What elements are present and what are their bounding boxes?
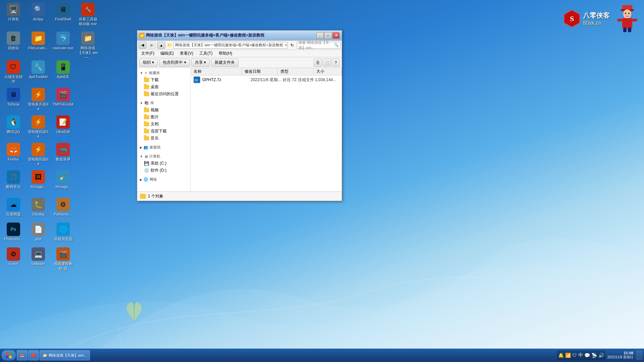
address-input[interactable]: 网络游戏【天诛】win一键陪玩服务端+客户端+修改教程+架设教程 ▼	[173, 42, 287, 49]
col-header-name[interactable]: 名称	[191, 68, 242, 75]
taskbar-item-firefox[interactable]: 🦊	[17, 350, 28, 360]
desktop-icon-kugou[interactable]: 🎵 酷狗音乐	[1, 169, 25, 190]
start-button[interactable]	[1, 350, 16, 361]
col-header-type[interactable]: 类型	[278, 68, 314, 75]
desktop-icon-qq[interactable]: 🐧 腾讯QQ	[1, 114, 25, 135]
homegroup-section[interactable]: ▶ 👥 家庭组	[137, 144, 191, 151]
desktop-icon-dual-browser[interactable]: 🌐 双核浏览器	[51, 221, 75, 243]
desktop-icon-filelocato[interactable]: 📁 FileLocato...	[26, 30, 50, 52]
desktop-icon-leidian-multi[interactable]: ⚡ 雷电多开器64	[26, 86, 50, 113]
tray-icon-input[interactable]: 中	[578, 352, 583, 358]
system-tray: 🔔 📶 🛡 中 💬 📡 🔊	[557, 350, 605, 360]
tray-icon-security[interactable]: 🛡	[572, 353, 577, 358]
svg-rect-9	[632, 19, 637, 21]
desktop-icon-plist[interactable]: 📄 plist	[26, 221, 50, 243]
desktop-icon-recycle[interactable]: 🗑 回收站	[1, 30, 25, 52]
table-row[interactable]: 7Z GPHTZ.7z 2022/11/6 星期... 好压 7Z 压缩文件 1…	[191, 75, 342, 84]
view-toggle-button[interactable]: ☰	[314, 59, 322, 67]
menu-help[interactable]: 帮助(H)	[216, 50, 235, 57]
sidebar-item-d-drive[interactable]: 💿 软件 (D:)	[137, 167, 191, 174]
content-area: ▼ ★ 收藏夹 下载 桌面 最近访问的位置 ▼ 📚 库	[137, 68, 342, 191]
sidebar-item-c-drive[interactable]: 💾 系统 (C:)	[137, 160, 191, 167]
desktop-icon-exe[interactable]: ⚙ e.exe	[1, 246, 25, 267]
back-button[interactable]: ◀	[139, 42, 147, 49]
minimize-button[interactable]: _	[316, 32, 324, 39]
drive-icon: 💾	[144, 161, 149, 166]
file-icon-7z: 7Z	[194, 76, 200, 83]
desktop-icon-apktoolaid[interactable]: 🔧 ApkToolAid	[26, 59, 50, 80]
desktop-icon-baidu-pan[interactable]: ☁ 百度网盘	[1, 196, 25, 218]
sidebar-item-recent[interactable]: 最近访问的位置	[137, 90, 191, 98]
svg-point-13	[628, 13, 630, 14]
new-folder-button[interactable]: 新建文件夹	[211, 59, 238, 67]
menu-tools[interactable]: 工具(T)	[197, 50, 215, 57]
desktop-icon-apkide[interactable]: 📱 ApkIDE	[51, 59, 75, 80]
sidebar-item-pictures[interactable]: 图片	[137, 114, 191, 121]
taskbar-explorer-label: 网络游戏【天诛】win...	[49, 353, 87, 358]
system-clock[interactable]: 21:08 2022/11/6 星期日	[606, 351, 635, 360]
col-header-size[interactable]: 大小	[314, 68, 342, 75]
desktop-icon-wise-disk-cleaner[interactable]: 🧹 XImage...	[51, 169, 75, 190]
watermark-site-name: 八零侠客	[583, 11, 610, 20]
share-button[interactable]: 共享 ▾	[191, 59, 210, 67]
desktop-icon-photoshop[interactable]: Ps Photosho...	[1, 221, 25, 243]
search-box[interactable]: 搜索 网络游戏【天诛】win... 🔍	[297, 42, 340, 49]
preview-button[interactable]: ⬜	[323, 59, 331, 67]
taskbar-item-app2[interactable]: 🔴	[28, 350, 39, 360]
desktop-icon-ultraedit[interactable]: 📝 UltraEdit	[51, 114, 75, 135]
desktop-icons-area: 🖥️ 计算机 🔍 dnSpy 🖥 FinalShell 🔧 供客工具箱移动版.e…	[0, 0, 101, 275]
sidebar-item-desktop[interactable]: 桌面	[137, 83, 191, 90]
up-button[interactable]: ▲	[157, 42, 165, 49]
desktop-icon-finalshell[interactable]: 🖥 FinalShell	[51, 1, 75, 23]
sidebar-item-download[interactable]: 下载	[137, 76, 191, 83]
sidebar-item-documents[interactable]: 文档	[137, 121, 191, 128]
help-button[interactable]: ?	[332, 59, 340, 67]
desktop-icon-vmware[interactable]: 💻 VMware	[26, 246, 50, 267]
desktop-icon-todesk[interactable]: 🖥 ToDesk	[1, 86, 25, 108]
desktop-icon-toolkit[interactable]: 🔧 供客工具箱移动版.exe	[76, 1, 100, 28]
favorites-section[interactable]: ▼ ★ 收藏夹	[137, 69, 191, 76]
desktop-icon-tianzu-folder[interactable]: 📁 网络游戏【天诛】win一...	[76, 30, 100, 61]
menu-view[interactable]: 查看(V)	[177, 50, 196, 57]
desktop-icon-recording[interactable]: 📹 教改录屏	[51, 141, 75, 163]
library-section[interactable]: ▼ 📚 库	[137, 100, 191, 107]
forward-button[interactable]: ▶	[148, 42, 156, 49]
tray-icon-6[interactable]: 📡	[591, 353, 597, 358]
col-header-date[interactable]: 修改日期	[242, 68, 278, 75]
tray-icon-5[interactable]: 💬	[584, 353, 590, 358]
menu-file[interactable]: 文件(F)	[139, 50, 157, 57]
include-library-button[interactable]: 包含到库中 ▾	[159, 59, 190, 67]
maximize-button[interactable]: □	[324, 32, 332, 39]
refresh-button[interactable]: ↻	[289, 42, 296, 49]
desktop-icon-tmpgenc[interactable]: 🎬 TMPGEnc64	[51, 86, 75, 108]
sidebar-item-music[interactable]: 音乐	[137, 135, 191, 142]
tray-icon-volume[interactable]: 🔊	[598, 353, 604, 358]
desktop-icon-firefox[interactable]: 🦊 Firefox	[1, 141, 25, 163]
sidebar-item-xunlei[interactable]: 迅雷下载	[137, 128, 191, 135]
desktop-icon-huri[interactable]: 🛡 火绒安全软件	[1, 59, 25, 85]
desktop-icon-ximage[interactable]: 🖼 XImage...	[26, 169, 50, 190]
desktop-icon-dnspy[interactable]: 🔍 dnSpy	[26, 1, 50, 23]
organize-button[interactable]: 组织 ▾	[139, 59, 158, 67]
menu-edit[interactable]: 编辑(E)	[158, 50, 176, 57]
computer-section[interactable]: ▼ 🖥 计算机	[137, 153, 191, 160]
desktop-icon-leidian-64[interactable]: ⚡ 雷电模拟器64	[26, 141, 50, 168]
svg-text:7Z: 7Z	[195, 79, 198, 82]
close-button[interactable]: ✕	[332, 32, 340, 39]
desktop-icon-video-course[interactable]: 🎬 视频课程教程-器	[51, 246, 75, 273]
desktop-icon-ollydbg[interactable]: 🐛 Ollydbg	[26, 196, 50, 218]
desktop-icon-navicate[interactable]: 🐬 navicate.exe	[51, 30, 75, 52]
tray-icon-network[interactable]: 📶	[565, 353, 571, 358]
column-headers: 名称 修改日期 类型 大小	[191, 68, 342, 75]
drive-icon-2: 💿	[144, 168, 149, 173]
network-section[interactable]: ▶ 🌐 网络	[137, 176, 191, 183]
sidebar-item-videos[interactable]: 视频	[137, 107, 191, 114]
taskbar-item-explorer[interactable]: 📁 网络游戏【天诛】win...	[40, 350, 90, 360]
library-icon: 📚	[144, 101, 149, 105]
taskbar-firefox-icon: 🦊	[20, 353, 24, 358]
desktop-icon-paramin[interactable]: ⚙ PaRamin...	[51, 196, 75, 218]
desktop-icon-leidian-emu[interactable]: ⚡ 雷电模拟器64	[26, 114, 50, 140]
show-desktop-button[interactable]	[636, 350, 643, 360]
desktop-icon-computer[interactable]: 🖥️ 计算机	[1, 1, 25, 23]
tray-icon-1[interactable]: 🔔	[558, 353, 564, 358]
